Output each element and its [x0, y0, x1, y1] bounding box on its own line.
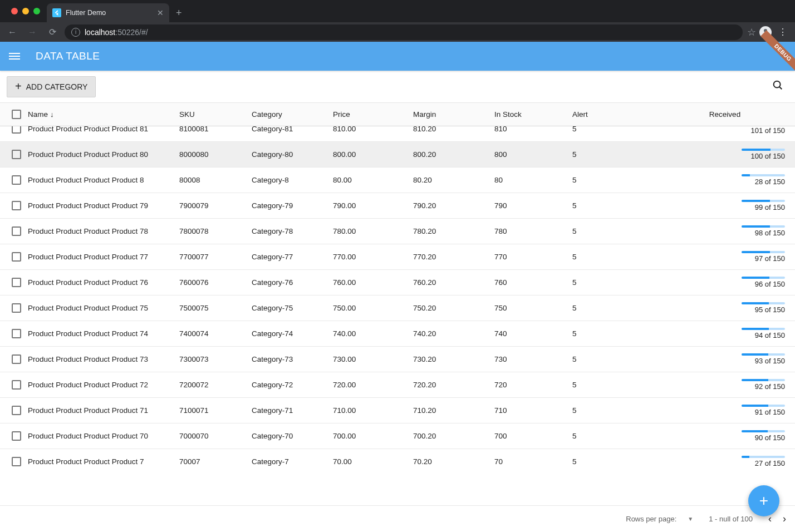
cell-alert: 5 [572, 150, 661, 159]
cell-alert: 5 [572, 432, 661, 440]
row-checkbox[interactable] [12, 226, 21, 236]
column-header-in-stock[interactable]: In Stock [494, 110, 572, 119]
cell-price: 750.00 [333, 304, 413, 312]
toolbar: + ADD CATEGORY [0, 71, 795, 103]
table-row[interactable]: Product Product Product Product 81810008… [0, 126, 795, 142]
fab-add-button[interactable]: + [748, 485, 779, 516]
column-header-margin[interactable]: Margin [413, 110, 494, 119]
back-button[interactable]: ← [4, 24, 20, 40]
cell-in-stock: 790 [494, 201, 572, 210]
received-text: 97 of 150 [755, 254, 785, 263]
row-checkbox[interactable] [12, 457, 21, 466]
cell-name: Product Product Product Product 75 [26, 304, 179, 312]
cell-category: Category-73 [252, 355, 333, 363]
table-header: Name ↓ SKU Category Price Margin In Stoc… [0, 103, 795, 126]
table-row[interactable]: Product Product Product Product 71710007… [0, 398, 795, 423]
table-row[interactable]: Product Product Product Product 880008Ca… [0, 168, 795, 193]
cell-in-stock: 760 [494, 278, 572, 287]
cell-in-stock: 720 [494, 381, 572, 389]
received-text: 100 of 150 [751, 152, 785, 160]
close-window-icon[interactable] [11, 8, 18, 14]
cell-price: 760.00 [333, 278, 413, 287]
progress-bar [742, 302, 785, 304]
row-checkbox[interactable] [12, 201, 21, 210]
cell-margin: 790.20 [413, 201, 494, 210]
rows-per-page-dropdown[interactable]: ▼ [688, 516, 693, 522]
cell-price: 700.00 [333, 432, 413, 440]
table-body[interactable]: Product Product Product Product 81810008… [0, 126, 795, 474]
table-row[interactable]: Product Product Product Product 76760007… [0, 270, 795, 295]
table-row[interactable]: Product Product Product Product 74740007… [0, 321, 795, 347]
progress-bar [742, 379, 785, 381]
table-row[interactable]: Product Product Product Product 770007Ca… [0, 449, 795, 474]
table-row[interactable]: Product Product Product Product 80800008… [0, 142, 795, 168]
table-row[interactable]: Product Product Product Product 78780007… [0, 219, 795, 244]
table-row[interactable]: Product Product Product Product 77770007… [0, 244, 795, 270]
cell-margin: 800.20 [413, 150, 494, 159]
browser-tab[interactable]: Flutter Demo ✕ [47, 3, 169, 22]
bookmark-icon[interactable]: ☆ [747, 26, 756, 38]
table-row[interactable]: Product Product Product Product 79790007… [0, 193, 795, 219]
row-checkbox[interactable] [12, 303, 21, 313]
cell-price: 770.00 [333, 253, 413, 261]
cell-name: Product Product Product Product 72 [26, 381, 179, 389]
column-header-price[interactable]: Price [333, 110, 413, 119]
column-header-sku[interactable]: SKU [179, 110, 252, 119]
row-checkbox[interactable] [12, 354, 21, 364]
menu-icon[interactable] [9, 53, 20, 60]
cell-received: 101 of 150 [661, 126, 788, 135]
column-header-received[interactable]: Received [661, 110, 788, 119]
new-tab-button[interactable]: + [169, 3, 189, 22]
cell-alert: 5 [572, 304, 661, 312]
cell-price: 800.00 [333, 150, 413, 159]
page-title: DATA TABLE [36, 50, 100, 62]
cell-category: Category-8 [252, 176, 333, 184]
row-checkbox[interactable] [12, 150, 21, 159]
cell-alert: 5 [572, 278, 661, 287]
cell-price: 740.00 [333, 329, 413, 338]
add-category-button[interactable]: + ADD CATEGORY [7, 76, 96, 97]
cell-price: 720.00 [333, 381, 413, 389]
cell-in-stock: 710 [494, 406, 572, 415]
column-header-category[interactable]: Category [252, 110, 333, 119]
reload-button[interactable]: ⟳ [45, 24, 60, 40]
cell-sku: 70007 [179, 457, 252, 466]
row-checkbox[interactable] [12, 406, 21, 415]
minimize-window-icon[interactable] [22, 8, 29, 14]
table-row[interactable]: Product Product Product Product 72720007… [0, 372, 795, 398]
cell-sku: 7400074 [179, 329, 252, 338]
maximize-window-icon[interactable] [33, 8, 40, 14]
browser-menu-icon[interactable]: ⋮ [775, 27, 791, 37]
received-text: 99 of 150 [755, 203, 785, 211]
received-text: 90 of 150 [755, 434, 785, 442]
forward-button[interactable]: → [24, 24, 40, 40]
column-header-name[interactable]: Name ↓ [26, 110, 179, 119]
select-all-checkbox[interactable] [12, 110, 21, 119]
cell-margin: 80.20 [413, 176, 494, 184]
next-page-button[interactable]: › [783, 513, 786, 525]
progress-bar [742, 277, 785, 279]
row-checkbox[interactable] [12, 329, 21, 338]
row-checkbox[interactable] [12, 278, 21, 287]
url-path: :50226/#/ [115, 28, 148, 37]
received-text: 101 of 150 [751, 126, 785, 135]
column-header-alert[interactable]: Alert [572, 110, 661, 119]
table-row[interactable]: Product Product Product Product 75750007… [0, 295, 795, 321]
search-icon[interactable] [767, 75, 788, 99]
tab-close-icon[interactable]: ✕ [157, 8, 164, 17]
site-info-icon[interactable]: i [71, 28, 80, 37]
progress-bar [742, 225, 785, 228]
cell-in-stock: 700 [494, 432, 572, 440]
row-checkbox[interactable] [12, 126, 21, 134]
address-bar[interactable]: i localhost:50226/#/ [65, 24, 743, 40]
progress-bar [742, 430, 785, 432]
received-text: 95 of 150 [755, 306, 785, 314]
table-row[interactable]: Product Product Product Product 73730007… [0, 347, 795, 372]
cell-margin: 780.20 [413, 227, 494, 235]
table-row[interactable]: Product Product Product Product 70700007… [0, 423, 795, 449]
row-checkbox[interactable] [12, 380, 21, 390]
row-checkbox[interactable] [12, 252, 21, 262]
row-checkbox[interactable] [12, 431, 21, 441]
received-text: 27 of 150 [755, 459, 785, 467]
row-checkbox[interactable] [12, 175, 21, 185]
